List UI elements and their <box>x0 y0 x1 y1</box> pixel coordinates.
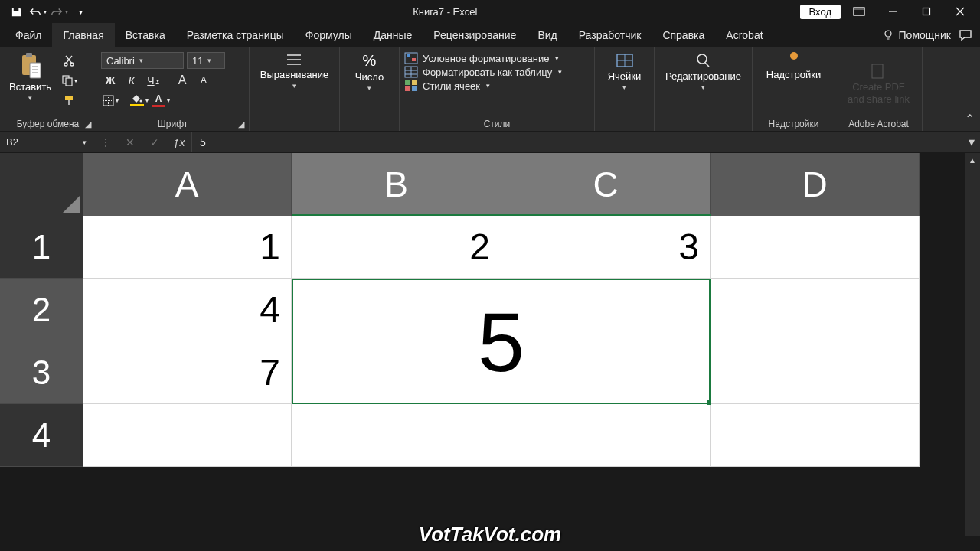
addin-icon <box>790 52 798 60</box>
maximize-icon[interactable] <box>911 2 942 21</box>
cell-d1[interactable] <box>710 216 920 279</box>
conditional-formatting-button[interactable]: Условное форматирование▾ <box>404 52 562 64</box>
col-header-c[interactable]: C <box>501 153 710 216</box>
font-name-combo[interactable]: Calibri▾ <box>101 52 184 69</box>
close-icon[interactable] <box>945 2 975 21</box>
borders-icon[interactable]: ▾ <box>101 92 119 109</box>
cell-a1[interactable]: 1 <box>83 216 292 279</box>
col-header-d[interactable]: D <box>710 153 920 216</box>
dialog-launcher-icon[interactable]: ◢ <box>85 119 91 129</box>
svg-rect-16 <box>412 58 416 61</box>
watermark: VotTakVot.com <box>0 523 980 546</box>
bold-button[interactable]: Ж <box>101 72 119 89</box>
vertical-scrollbar[interactable]: ▲ <box>965 153 980 536</box>
group-label: Стили <box>404 117 590 129</box>
cell-b4[interactable] <box>292 404 501 467</box>
dialog-launcher-icon[interactable]: ◢ <box>238 119 244 129</box>
font-color-icon[interactable]: А▾ <box>152 92 170 109</box>
cell-a4[interactable] <box>83 404 292 467</box>
row-header-3[interactable]: 3 <box>0 341 83 404</box>
sign-in-button[interactable]: Вход <box>800 5 841 19</box>
alignment-button[interactable]: Выравнивание ▾ <box>256 51 333 91</box>
svg-rect-2 <box>923 8 930 15</box>
tab-developer[interactable]: Разработчик <box>568 23 652 47</box>
number-button[interactable]: % Число ▾ <box>348 51 392 93</box>
save-icon[interactable] <box>6 2 26 21</box>
create-pdf-button[interactable]: Create PDFand share link <box>843 61 914 106</box>
tab-page-layout[interactable]: Разметка страницы <box>176 23 295 47</box>
row-header-4[interactable]: 4 <box>0 404 83 467</box>
row-header-1[interactable]: 1 <box>0 216 83 279</box>
tab-data[interactable]: Данные <box>363 23 423 47</box>
cell-a3[interactable]: 7 <box>83 341 292 404</box>
editing-button[interactable]: Редактирование ▾ <box>661 51 746 93</box>
minimize-icon[interactable] <box>877 2 908 21</box>
comments-icon[interactable] <box>959 29 972 41</box>
underline-button[interactable]: Ч▾ <box>144 72 162 89</box>
format-painter-icon[interactable] <box>59 92 79 109</box>
fx-icon[interactable]: ƒx <box>167 132 191 152</box>
cell-d2[interactable] <box>710 279 920 341</box>
col-header-a[interactable]: A <box>83 153 292 216</box>
clipboard-icon <box>19 52 42 80</box>
group-label: Надстройки <box>757 117 830 129</box>
cell-c4[interactable] <box>501 404 710 467</box>
tab-acrobat[interactable]: Acrobat <box>715 23 773 47</box>
cut-icon[interactable] <box>59 52 79 69</box>
group-styles: Условное форматирование▾ Форматировать к… <box>400 47 595 131</box>
shrink-font-icon[interactable]: А <box>194 72 213 89</box>
tab-formulas[interactable]: Формулы <box>295 23 363 47</box>
row-header-2[interactable]: 2 <box>0 279 83 341</box>
tab-insert[interactable]: Вставка <box>115 23 176 47</box>
italic-button[interactable]: К <box>122 72 141 89</box>
tab-view[interactable]: Вид <box>527 23 567 47</box>
group-number: % Число ▾ <box>340 47 400 131</box>
tab-file[interactable]: Файл <box>5 23 52 47</box>
cell-c1[interactable]: 3 <box>501 216 710 279</box>
scroll-up-icon[interactable]: ▲ <box>965 153 980 167</box>
font-size-combo[interactable]: 11▾ <box>187 52 225 69</box>
svg-point-23 <box>697 54 707 64</box>
svg-rect-24 <box>872 64 883 78</box>
sheet-area: A B C D 1 2 3 4 1 2 3 4 <box>0 153 980 536</box>
svg-rect-21 <box>412 86 417 91</box>
cell-d3[interactable] <box>710 341 920 404</box>
merged-cell-b2c3[interactable]: 5 <box>292 279 710 404</box>
select-all-button[interactable] <box>0 153 83 216</box>
cell-a2[interactable]: 4 <box>83 279 292 341</box>
more-icon[interactable]: ⋮ <box>93 132 118 152</box>
col-header-b[interactable]: B <box>292 153 501 216</box>
addins-button[interactable]: Надстройки <box>762 51 825 82</box>
tab-review[interactable]: Рецензирование <box>423 23 527 47</box>
name-box[interactable]: B2▾ <box>0 132 93 152</box>
expand-formula-icon[interactable]: ▾ <box>963 132 980 152</box>
enter-icon[interactable]: ✓ <box>142 132 167 152</box>
group-label: Шрифт <box>101 117 244 129</box>
format-as-table-button[interactable]: Форматировать как таблицу▾ <box>404 66 562 78</box>
tell-me-search[interactable]: Помощник <box>882 29 951 41</box>
fill-color-icon[interactable]: ▾ <box>130 92 149 109</box>
ribbon-display-icon[interactable] <box>844 2 874 21</box>
redo-icon[interactable]: ▾ <box>49 2 69 21</box>
cell-b1[interactable]: 2 <box>292 216 501 279</box>
svg-point-8 <box>70 63 74 66</box>
ribbon-body: Вставить ▾ ▾ Буфер обмена ◢ Calibri▾ 11▾… <box>0 47 980 132</box>
group-adobe: Create PDFand share link Adobe Acrobat <box>835 47 923 131</box>
percent-icon: % <box>363 52 377 70</box>
formula-input[interactable]: 5 <box>192 132 963 152</box>
grow-font-icon[interactable]: А <box>173 72 191 89</box>
collapse-ribbon-icon[interactable]: ⌃ <box>959 47 980 131</box>
copy-icon[interactable]: ▾ <box>59 72 79 89</box>
svg-rect-15 <box>407 54 410 57</box>
group-label: Буфер обмена <box>5 117 91 129</box>
svg-rect-20 <box>405 86 410 91</box>
cell-d4[interactable] <box>710 404 920 467</box>
tab-help[interactable]: Справка <box>652 23 715 47</box>
cells-button[interactable]: Ячейки ▾ <box>603 51 647 93</box>
cancel-icon[interactable]: ✕ <box>118 132 142 152</box>
qat-customize-icon[interactable]: ▾ <box>70 2 90 21</box>
paste-button[interactable]: Вставить ▾ <box>5 51 56 103</box>
cell-styles-button[interactable]: Стили ячеек▾ <box>404 80 562 92</box>
tab-home[interactable]: Главная <box>52 23 114 47</box>
undo-icon[interactable]: ▾ <box>28 2 47 21</box>
